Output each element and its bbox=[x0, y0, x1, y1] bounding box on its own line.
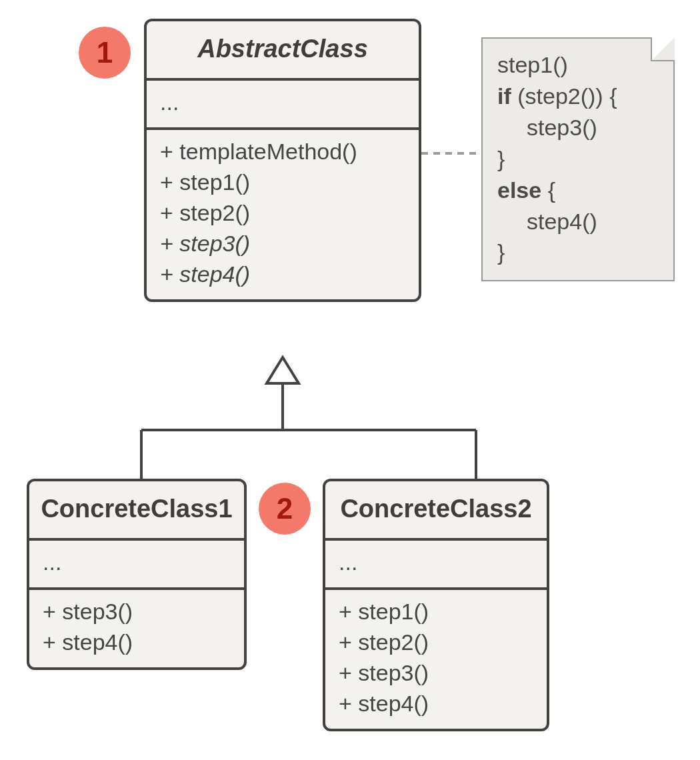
method-step3: + step3() bbox=[160, 229, 405, 259]
note-line: } bbox=[497, 237, 659, 268]
note-line: else { bbox=[497, 175, 659, 206]
note-line: } bbox=[497, 143, 659, 175]
method-step4: + step4() bbox=[43, 627, 231, 658]
note-line: step4() bbox=[497, 206, 659, 237]
class-methods-concrete1: + step3() + step4() bbox=[29, 587, 244, 667]
class-name-abstract: AbstractClass bbox=[147, 21, 419, 78]
method-step4: + step4() bbox=[160, 259, 405, 290]
method-step2: + step2() bbox=[339, 627, 533, 658]
class-attrs-concrete2: ... bbox=[325, 538, 547, 587]
method-step3: + step3() bbox=[43, 597, 231, 627]
method-step4: + step4() bbox=[339, 689, 533, 719]
class-methods-concrete2: + step1() + step2() + step3() + step4() bbox=[325, 587, 547, 729]
annotation-badge-2: 2 bbox=[259, 483, 311, 535]
uml-class-abstract: AbstractClass ... + templateMethod() + s… bbox=[144, 19, 421, 302]
uml-class-concrete1: ConcreteClass1 ... + step3() + step4() bbox=[27, 479, 247, 670]
diagram-canvas: 1 AbstractClass ... + templateMethod() +… bbox=[0, 0, 700, 760]
inheritance-arrowhead bbox=[267, 357, 299, 383]
class-name-concrete2: ConcreteClass2 bbox=[325, 481, 547, 538]
class-attrs-concrete1: ... bbox=[29, 538, 244, 587]
method-step1: + step1() bbox=[160, 167, 405, 198]
method-step1: + step1() bbox=[339, 597, 533, 627]
note-line: if (step2()) { bbox=[497, 81, 659, 112]
uml-class-concrete2: ConcreteClass2 ... + step1() + step2() +… bbox=[323, 479, 549, 731]
pseudocode-note: step1() if (step2()) { step3() } else { … bbox=[481, 37, 675, 281]
class-attrs-abstract: ... bbox=[147, 78, 419, 127]
method-step2: + step2() bbox=[160, 198, 405, 229]
method-templateMethod: + templateMethod() bbox=[160, 137, 405, 167]
note-line: step1() bbox=[497, 49, 659, 81]
note-line: step3() bbox=[497, 112, 659, 143]
class-name-concrete1: ConcreteClass1 bbox=[29, 481, 244, 538]
note-fold-icon bbox=[651, 37, 675, 61]
class-methods-abstract: + templateMethod() + step1() + step2() +… bbox=[147, 127, 419, 299]
method-step3: + step3() bbox=[339, 658, 533, 689]
annotation-badge-1: 1 bbox=[79, 27, 131, 79]
